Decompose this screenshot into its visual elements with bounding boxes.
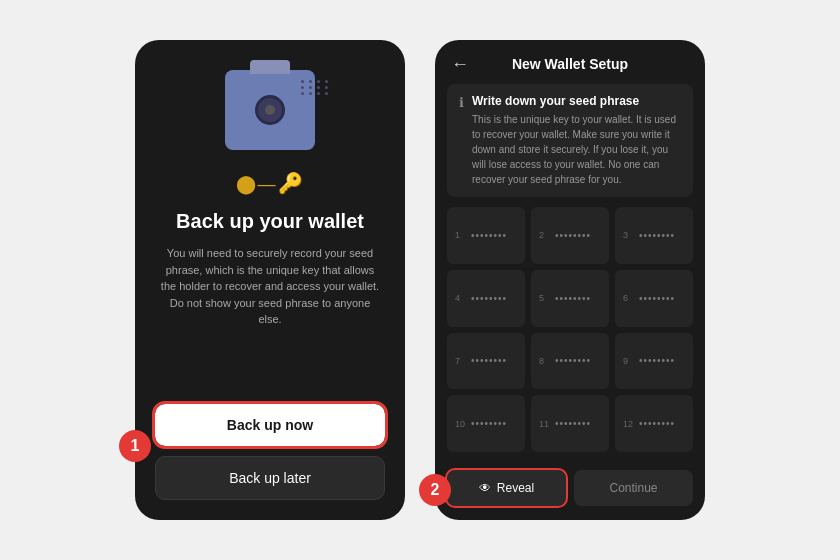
seed-number: 7 <box>455 356 467 366</box>
seed-word-cell: 4•••••••• <box>447 270 525 327</box>
seed-dots: •••••••• <box>639 355 675 366</box>
seed-word-cell: 9•••••••• <box>615 333 693 390</box>
seed-dots: •••••••• <box>471 355 507 366</box>
seed-dots: •••••••• <box>639 293 675 304</box>
seed-word-cell: 6•••••••• <box>615 270 693 327</box>
screen2-title: New Wallet Setup <box>512 56 628 72</box>
screen2-header: ← New Wallet Setup <box>435 40 705 80</box>
info-box: ℹ Write down your seed phrase This is th… <box>447 84 693 197</box>
badge-2: 2 <box>419 474 451 506</box>
badge-1: 1 <box>119 430 151 462</box>
backup-now-button[interactable]: Back up now <box>155 404 385 446</box>
reveal-button[interactable]: 👁 Reveal <box>447 470 566 506</box>
back-button[interactable]: ← <box>451 54 469 75</box>
eye-icon: 👁 <box>479 481 491 495</box>
seed-word-cell: 3•••••••• <box>615 207 693 264</box>
info-title: Write down your seed phrase <box>472 94 681 108</box>
seed-number: 10 <box>455 419 467 429</box>
vault-box <box>225 70 315 150</box>
seed-word-cell: 8•••••••• <box>531 333 609 390</box>
info-content: Write down your seed phrase This is the … <box>472 94 681 187</box>
backup-description: You will need to securely record your se… <box>155 245 385 328</box>
backup-later-button[interactable]: Back up later <box>155 456 385 500</box>
seed-dots: •••••••• <box>555 230 591 241</box>
seed-number: 3 <box>623 230 635 240</box>
backup-title: Back up your wallet <box>176 210 364 233</box>
vault-dial <box>255 95 285 125</box>
seed-number: 1 <box>455 230 467 240</box>
info-icon: ℹ <box>459 95 464 187</box>
screen2-footer: 👁 Reveal Continue <box>435 462 705 520</box>
seed-dots: •••••••• <box>471 230 507 241</box>
seed-word-cell: 5•••••••• <box>531 270 609 327</box>
seed-number: 11 <box>539 419 551 429</box>
seed-number: 6 <box>623 293 635 303</box>
seed-number: 5 <box>539 293 551 303</box>
seed-number: 9 <box>623 356 635 366</box>
seed-number: 2 <box>539 230 551 240</box>
seed-word-cell: 12•••••••• <box>615 395 693 452</box>
seed-word-cell: 10•••••••• <box>447 395 525 452</box>
seed-number: 8 <box>539 356 551 366</box>
seed-dots: •••••••• <box>471 418 507 429</box>
screen2-phone: ← New Wallet Setup ℹ Write down your see… <box>435 40 705 520</box>
reveal-label: Reveal <box>497 481 534 495</box>
vault-illustration <box>225 70 315 150</box>
seed-dots: •••••••• <box>639 230 675 241</box>
seed-dots: •••••••• <box>471 293 507 304</box>
seed-dots: •••••••• <box>639 418 675 429</box>
seed-dots: •••••••• <box>555 355 591 366</box>
seed-word-cell: 7•••••••• <box>447 333 525 390</box>
seed-number: 12 <box>623 419 635 429</box>
dots-decoration <box>301 80 330 95</box>
seed-grid: 1••••••••2••••••••3••••••••4••••••••5•••… <box>435 207 705 452</box>
seed-word-cell: 2•••••••• <box>531 207 609 264</box>
info-description: This is the unique key to your wallet. I… <box>472 112 681 187</box>
seed-word-cell: 11•••••••• <box>531 395 609 452</box>
key-icon: ⬤—🔑 <box>236 170 305 196</box>
screen2-wrapper: 2 ← New Wallet Setup ℹ Write down your s… <box>435 40 705 520</box>
seed-number: 4 <box>455 293 467 303</box>
continue-button[interactable]: Continue <box>574 470 693 506</box>
seed-dots: •••••••• <box>555 293 591 304</box>
seed-dots: •••••••• <box>555 418 591 429</box>
seed-word-cell: 1•••••••• <box>447 207 525 264</box>
screen1-phone: ⬤—🔑 Back up your wallet You will need to… <box>135 40 405 520</box>
screen1-wrapper: 1 ⬤—🔑 Back up your wallet You will need … <box>135 40 405 520</box>
